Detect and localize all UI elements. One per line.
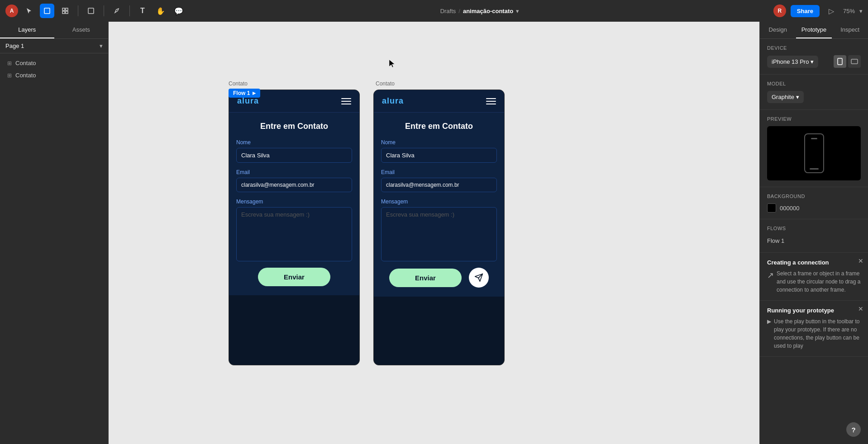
form-label-nome-1: Nome xyxy=(236,139,352,146)
device-orientation xyxy=(834,55,861,68)
send-icon-button[interactable] xyxy=(469,268,489,288)
device-section: Device iPhone 13 Pro ▾ xyxy=(760,39,868,75)
creating-connection-close[interactable]: ✕ xyxy=(858,257,863,265)
background-section-title: Background xyxy=(767,194,861,199)
running-prototype-close[interactable]: ✕ xyxy=(858,305,863,312)
contact-title-2: Entre em Contato xyxy=(381,122,497,131)
canvas[interactable]: Contato Flow 1 ▶ alura Entre em Contato … xyxy=(109,22,759,444)
hamburger-line xyxy=(486,104,496,104)
landscape-button[interactable] xyxy=(848,55,861,68)
page-chevron[interactable]: ▾ xyxy=(100,43,103,49)
sidebar-tabs: Layers Assets xyxy=(0,22,108,39)
breadcrumb-parent: Drafts xyxy=(440,8,456,14)
form-group-email-2: Email clarasilva@mensagem.com.br xyxy=(381,169,497,192)
model-chevron: ▾ xyxy=(796,94,799,100)
tab-design[interactable]: Design xyxy=(760,22,796,38)
select-tool[interactable] xyxy=(22,4,36,18)
hamburger-line xyxy=(486,101,496,102)
move-tool[interactable] xyxy=(40,4,54,18)
flow-badge[interactable]: Flow 1 ▶ xyxy=(229,89,260,98)
tab-assets[interactable]: Assets xyxy=(54,22,109,38)
running-prototype-text: Use the play button in the toolbar to pl… xyxy=(774,317,861,350)
model-button[interactable]: Graphite ▾ xyxy=(767,91,804,103)
svg-rect-6 xyxy=(838,58,842,65)
dropdown-chevron[interactable]: ▾ xyxy=(516,8,519,14)
svg-rect-2 xyxy=(66,8,68,10)
form-input-nome-2[interactable]: Clara Silva xyxy=(381,148,497,163)
form-textarea-2[interactable]: Escreva sua mensagem :) xyxy=(381,207,497,261)
form-label-nome-2: Nome xyxy=(381,139,497,146)
alura-logo-1: alura xyxy=(237,96,259,106)
hamburger-menu-2[interactable] xyxy=(486,98,496,104)
hamburger-line xyxy=(341,104,351,104)
help-button[interactable]: ? xyxy=(846,422,861,437)
separator-2 xyxy=(104,5,104,16)
model-section: Model Graphite ▾ xyxy=(760,75,868,110)
form-input-nome-1[interactable]: Clara Silva xyxy=(236,148,352,163)
share-button[interactable]: Share xyxy=(791,5,820,17)
form-group-mensagem-2: Mensagem Escreva sua mensagem :) xyxy=(381,198,497,261)
toolbar: A T ✋ 💬 Drafts / xyxy=(0,0,868,22)
comment-tool[interactable]: 💬 xyxy=(172,4,186,18)
zoom-level: 75% xyxy=(843,8,855,14)
play-button[interactable]: ▷ xyxy=(824,4,839,18)
form-input-email-2[interactable]: clarasilva@mensagem.com.br xyxy=(381,178,497,192)
form-textarea-1[interactable]: Escreva sua mensagem :) xyxy=(236,207,352,261)
device-name-button[interactable]: iPhone 13 Pro ▾ xyxy=(767,56,818,68)
running-prototype-title: Running your prototype xyxy=(767,307,861,314)
svg-rect-0 xyxy=(44,8,50,14)
layers-list: ⊞ Contato ⊞ Contato xyxy=(0,53,108,85)
breadcrumb: Drafts / animação-contato ▾ xyxy=(440,8,520,14)
frame-tool[interactable] xyxy=(58,4,72,18)
flow-badge-label: Flow 1 xyxy=(233,90,250,96)
frame-icon-2: ⊞ xyxy=(7,72,12,79)
form-group-nome-1: Nome Clara Silva xyxy=(236,139,352,163)
creating-connection-text: Select a frame or object in a frame and … xyxy=(777,269,861,294)
device-selector: iPhone 13 Pro ▾ xyxy=(767,55,861,68)
tab-prototype[interactable]: Prototype xyxy=(796,22,832,38)
flows-item-1[interactable]: Flow 1 xyxy=(767,236,861,246)
color-hex: 000000 xyxy=(780,205,799,212)
zoom-chevron[interactable]: ▾ xyxy=(859,8,863,14)
frame-label-2: Contato xyxy=(376,80,395,87)
hand-tool[interactable]: ✋ xyxy=(153,4,168,18)
form-group-mensagem-1: Mensagem Escreva sua mensagem :) xyxy=(236,198,352,261)
phone-content-2: Entre em Contato Nome Clara Silva Email … xyxy=(374,113,504,297)
svg-rect-1 xyxy=(62,8,65,10)
tab-inspect[interactable]: Inspect xyxy=(832,22,868,38)
color-swatch[interactable] xyxy=(767,203,776,213)
hamburger-line xyxy=(486,98,496,99)
layer-item-1[interactable]: ⊞ Contato xyxy=(0,57,108,69)
portrait-button[interactable] xyxy=(834,55,846,68)
flow-play-icon[interactable]: ▶ xyxy=(253,91,256,95)
separator-1 xyxy=(78,5,78,16)
device-chevron: ▾ xyxy=(811,58,814,65)
text-tool[interactable]: T xyxy=(135,4,150,18)
breadcrumb-separator: / xyxy=(458,8,460,14)
page-name[interactable]: Page 1 xyxy=(5,43,24,49)
hamburger-menu-1[interactable] xyxy=(341,98,351,104)
enviar-button-2[interactable]: Enviar xyxy=(389,269,462,287)
bg-color-row: 000000 xyxy=(767,203,861,213)
shape-tool[interactable] xyxy=(84,4,98,18)
hamburger-line xyxy=(341,101,351,102)
enviar-button-1[interactable]: Enviar xyxy=(258,268,330,286)
left-sidebar: Layers Assets Page 1 ▾ ⊞ Contato ⊞ Conta… xyxy=(0,22,109,444)
right-tabs: Design Prototype Inspect xyxy=(760,22,868,39)
form-input-email-1[interactable]: clarasilva@mensagem.com.br xyxy=(236,178,352,192)
layer-item-2[interactable]: ⊞ Contato xyxy=(0,69,108,81)
form-group-nome-2: Nome Clara Silva xyxy=(381,139,497,163)
flows-section: Flows Flow 1 xyxy=(760,219,868,253)
mobile-frame-2: alura Entre em Contato Nome Clara Silva … xyxy=(373,90,505,365)
model-section-title: Model xyxy=(767,81,861,86)
user-avatar-right[interactable]: R xyxy=(773,5,786,17)
tab-layers[interactable]: Layers xyxy=(0,22,54,38)
separator-3 xyxy=(129,5,130,16)
pen-tool[interactable] xyxy=(110,4,124,18)
user-avatar[interactable]: A xyxy=(5,5,18,17)
background-section: Background 000000 xyxy=(760,187,868,219)
model-label: Graphite xyxy=(772,94,794,100)
preview-section-title: Preview xyxy=(767,116,861,122)
breadcrumb-current[interactable]: animação-contato xyxy=(463,8,513,14)
form-group-email-1: Email clarasilva@mensagem.com.br xyxy=(236,169,352,192)
